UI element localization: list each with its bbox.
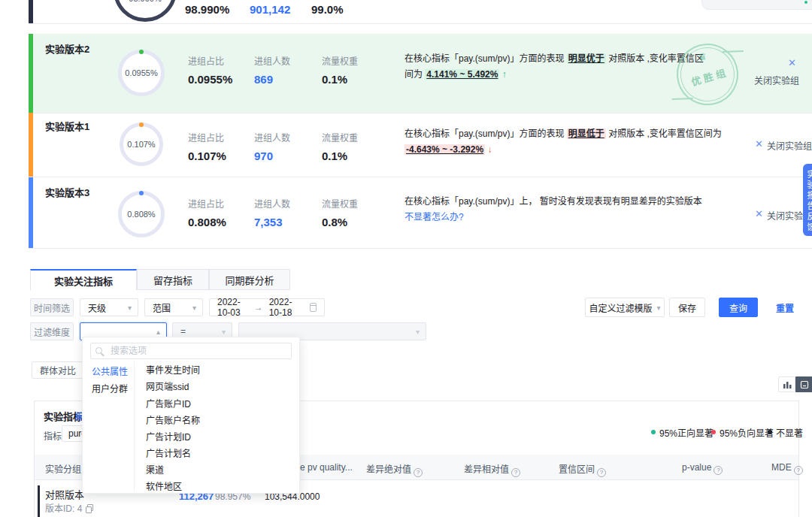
group3-ratio-value: 0.808% xyxy=(188,216,226,228)
tab-label: 实验关注指标 xyxy=(54,274,113,288)
col-rel-diff-label: 差异相对值 xyxy=(464,464,509,475)
group2-count-value[interactable]: 869 xyxy=(254,73,273,86)
control-gauge xyxy=(114,0,177,22)
group1-close-button[interactable]: 关闭实验组 xyxy=(767,139,812,152)
status-dot-icon xyxy=(804,1,807,4)
group3-color-bar xyxy=(29,177,33,248)
info-icon[interactable] xyxy=(414,468,423,477)
neutral-dot-icon xyxy=(768,430,772,434)
filter-template-button[interactable]: 自定义过滤模版 ▾ xyxy=(585,298,665,317)
control-row-color-bar xyxy=(38,485,40,517)
ratio-label: 进组占比 xyxy=(188,54,224,67)
operator-value: = xyxy=(180,326,186,337)
filter-template-label: 自定义过滤模版 xyxy=(589,301,652,314)
count-label: 进组人数 xyxy=(254,131,290,144)
group3-name: 实验版本3 xyxy=(45,185,89,199)
tab-experiment-metrics[interactable]: 实验关注指标 xyxy=(30,269,137,290)
close-icon[interactable] xyxy=(755,138,763,150)
group2-name: 实验版本2 xyxy=(45,41,89,56)
date-range-picker[interactable]: 2022-10-03 → 2022-10-18 xyxy=(209,298,325,316)
info-icon[interactable] xyxy=(714,466,723,475)
info-icon[interactable] xyxy=(794,466,803,475)
search-input[interactable] xyxy=(90,343,292,359)
option-ad-account-name[interactable]: 广告账户名称 xyxy=(146,413,295,429)
group3-count-value[interactable]: 7,353 xyxy=(254,216,283,228)
group1-weight-value: 0.1% xyxy=(322,150,347,162)
chevron-down-icon: ▾ xyxy=(128,304,132,312)
info-icon[interactable] xyxy=(511,468,520,477)
top-cutoff-button xyxy=(701,0,812,10)
group3-conclusion: 在核心指标「pay.(sum/pv)」上， 暂时没有发现表现有明显差异的实验版本… xyxy=(404,194,765,225)
weight-label: 流量权重 xyxy=(322,131,358,144)
option-web-ssid[interactable]: 网页端ssid xyxy=(146,379,295,395)
option-ad-plan-id[interactable]: 广告计划ID xyxy=(146,429,295,446)
row-group-name: 对照版本 xyxy=(45,487,84,501)
group1-name: 实验版本1 xyxy=(45,119,89,133)
option-ad-account-id[interactable]: 广告账户ID xyxy=(146,396,295,413)
col-conf-interval: 置信区间 xyxy=(559,462,606,477)
control-count-value[interactable]: 901,142 xyxy=(250,3,290,16)
group1-verdict: 明显低于 xyxy=(567,128,606,139)
col-abs-diff: 差异绝对值 xyxy=(366,462,423,477)
chevron-up-icon: ▴ xyxy=(156,328,160,336)
chart-view-toggle[interactable] xyxy=(778,376,795,392)
group2-gauge-dot xyxy=(139,50,144,54)
range-mode-select[interactable]: 范围 ▾ xyxy=(144,298,203,316)
divider xyxy=(29,113,812,113)
option-event-time[interactable]: 事件发生时间 xyxy=(146,362,295,379)
chevron-down-icon: ▾ xyxy=(222,328,226,336)
divider xyxy=(29,23,812,24)
chevron-down-icon: ▾ xyxy=(416,328,420,336)
group1-count-value[interactable]: 970 xyxy=(254,150,273,162)
negative-dot-icon xyxy=(711,430,716,434)
table-view-toggle[interactable] xyxy=(795,376,812,392)
group1-gauge: 0.107% xyxy=(120,122,163,166)
save-button[interactable]: 保存 xyxy=(669,298,705,317)
cohort-compare-button[interactable]: 群体对比 xyxy=(32,361,84,379)
divider xyxy=(29,177,812,177)
group1-desc-prefix: 在核心指标「pay.(sum/pv)」方面的表现 xyxy=(404,128,567,139)
close-icon[interactable] xyxy=(755,208,763,219)
not-significant-help-link[interactable]: 不显著怎么办? xyxy=(404,212,464,222)
group2-gauge-value: 0.0955% xyxy=(125,68,157,77)
info-icon[interactable] xyxy=(597,468,606,477)
granularity-value: 天级 xyxy=(88,301,106,314)
tab-cohort-analysis[interactable]: 同期群分析 xyxy=(209,269,290,290)
granularity-select[interactable]: 天级 ▾ xyxy=(80,298,138,316)
query-button[interactable]: 查询 xyxy=(719,298,758,317)
metric-label: 指标 xyxy=(44,429,62,442)
group2-close-button[interactable]: 关闭实验组 xyxy=(748,74,799,86)
group3-weight-value: 0.8% xyxy=(322,216,347,228)
ratio-label: 进组占比 xyxy=(188,131,224,144)
weight-label: 流量权重 xyxy=(322,54,358,67)
filter-dimension-label: 过滤维度 xyxy=(30,322,74,340)
copy-icon[interactable] xyxy=(86,504,92,512)
group3-desc: 在核心指标「pay.(sum/pv)」上， 暂时没有发现表现有明显差异的实验版本 xyxy=(404,194,765,210)
control-weight-value: 99.0% xyxy=(311,3,344,16)
bar-chart-icon xyxy=(783,380,792,389)
reset-button[interactable]: 重置 xyxy=(776,301,794,314)
col-rel-diff: 差异相对值 xyxy=(464,462,520,477)
group1-conclusion: 在核心指标「pay.(sum/pv)」方面的表现 明显低于 对照版本 ,变化率置… xyxy=(404,126,752,158)
option-channel[interactable]: 渠道 xyxy=(146,462,295,479)
count-label: 进组人数 xyxy=(254,54,290,67)
close-icon[interactable] xyxy=(788,57,796,68)
feedback-side-tab[interactable]: 实验报告反馈 xyxy=(803,164,812,236)
col-group: 实验分组 xyxy=(45,462,81,475)
tab-label: 留存指标 xyxy=(153,273,192,287)
table-view-icon xyxy=(800,380,809,389)
control-ratio-value: 98.990% xyxy=(185,3,229,16)
option-ad-plan-name[interactable]: 广告计划名 xyxy=(146,446,295,462)
group3-gauge: 0.808% xyxy=(118,191,165,237)
date-start: 2022-10-03 xyxy=(217,297,248,318)
category-user-segments[interactable]: 用户分群 xyxy=(92,382,128,395)
ratio-label: 进组占比 xyxy=(188,197,224,210)
row-version-id: 版本ID: 4 xyxy=(45,501,92,514)
tab-retention-metrics[interactable]: 留存指标 xyxy=(137,269,209,290)
option-software-region[interactable]: 软件地区 xyxy=(146,479,295,495)
group2-conclusion: 在核心指标「pay.(sum/pv)」方面的表现 明显优于 对照版本 ,变化率置… xyxy=(404,51,705,83)
group3-gauge-value: 0.808% xyxy=(127,210,155,219)
group1-color-bar xyxy=(29,113,33,177)
group2-confidence-range: 4.141% ~ 5.492% xyxy=(425,69,499,80)
category-common-attrs[interactable]: 公共属性 xyxy=(92,364,128,377)
